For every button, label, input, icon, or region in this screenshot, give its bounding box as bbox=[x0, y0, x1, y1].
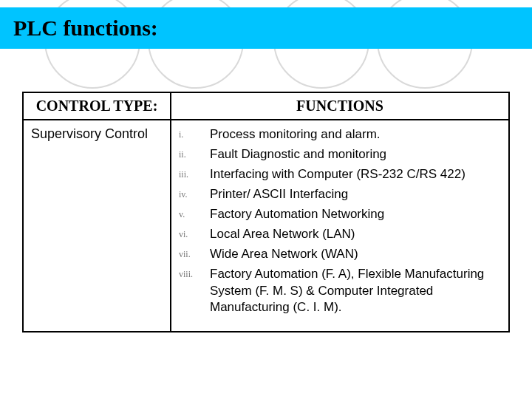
table-header-functions: FUNCTIONS bbox=[171, 92, 509, 120]
list-text: Printer/ ASCII Interfacing bbox=[210, 186, 501, 203]
list-item: vii.Wide Area Network (WAN) bbox=[179, 246, 501, 263]
list-number: iii. bbox=[179, 166, 210, 180]
list-item: iv.Printer/ ASCII Interfacing bbox=[179, 186, 501, 203]
cell-control-type: Supervisory Control bbox=[23, 120, 171, 332]
list-text: Fault Diagnostic and monitoring bbox=[210, 146, 501, 163]
page-title: PLC functions: bbox=[13, 16, 158, 41]
slide: PLC functions: CONTROL TYPE: FUNCTIONS S… bbox=[0, 0, 532, 399]
list-item: vi.Local Area Network (LAN) bbox=[179, 226, 501, 243]
list-number: ii. bbox=[179, 146, 210, 160]
table-wrap: CONTROL TYPE: FUNCTIONS Supervisory Cont… bbox=[22, 92, 510, 332]
list-item: iii.Interfacing with Computer (RS-232 C/… bbox=[179, 166, 501, 183]
list-text: Interfacing with Computer (RS-232 C/RS 4… bbox=[210, 166, 501, 183]
list-text: Factory Automation (F. A), Flexible Manu… bbox=[210, 266, 501, 317]
table-row: Supervisory Control i.Process monitoring… bbox=[23, 120, 509, 332]
list-number: vi. bbox=[179, 226, 210, 240]
cell-functions: i.Process monitoring and alarm. ii.Fault… bbox=[171, 120, 509, 332]
list-number: vii. bbox=[179, 246, 210, 260]
list-text: Process monitoring and alarm. bbox=[210, 126, 501, 143]
plc-table: CONTROL TYPE: FUNCTIONS Supervisory Cont… bbox=[22, 92, 510, 332]
list-item: viii.Factory Automation (F. A), Flexible… bbox=[179, 266, 501, 317]
list-item: ii.Fault Diagnostic and monitoring bbox=[179, 146, 501, 163]
list-number: viii. bbox=[179, 266, 210, 280]
list-item: v.Factory Automation Networking bbox=[179, 206, 501, 223]
list-item: i.Process monitoring and alarm. bbox=[179, 126, 501, 143]
list-text: Factory Automation Networking bbox=[210, 206, 501, 223]
list-number: v. bbox=[179, 206, 210, 220]
title-band: PLC functions: bbox=[0, 7, 532, 49]
list-number: iv. bbox=[179, 186, 210, 200]
table-header-control-type: CONTROL TYPE: bbox=[23, 92, 171, 120]
list-text: Wide Area Network (WAN) bbox=[210, 246, 501, 263]
list-number: i. bbox=[179, 126, 210, 140]
list-text: Local Area Network (LAN) bbox=[210, 226, 501, 243]
functions-list: i.Process monitoring and alarm. ii.Fault… bbox=[179, 126, 501, 316]
